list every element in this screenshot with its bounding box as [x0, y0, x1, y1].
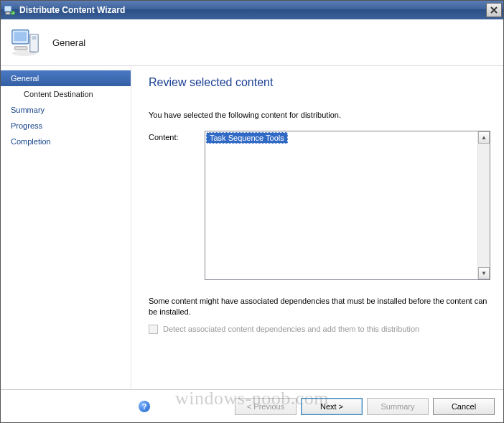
content-row: Content: Task Sequence Tools ▲ ▼ — [149, 131, 490, 280]
listbox-inner: Task Sequence Tools — [206, 132, 477, 279]
svg-rect-4 — [14, 32, 27, 41]
scroll-down-button[interactable]: ▼ — [478, 267, 490, 279]
dependency-checkbox-row: Detect associated content dependencies a… — [149, 325, 490, 334]
help-icon[interactable]: ? — [139, 401, 150, 412]
wizard-header-title: General — [52, 37, 85, 48]
previous-button: < Previous — [235, 398, 297, 415]
list-item[interactable]: Task Sequence Tools — [206, 132, 288, 144]
button-label: Cancel — [452, 402, 476, 411]
svg-rect-7 — [15, 47, 27, 50]
sidebar-item-progress[interactable]: Progress — [1, 118, 131, 134]
page-title: Review selected content — [149, 76, 490, 89]
scroll-up-button[interactable]: ▲ — [478, 131, 490, 144]
button-label: Next > — [320, 402, 343, 411]
sidebar-item-label: Summary — [11, 106, 45, 114]
wizard-sidebar: General Content Destination Summary Prog… — [1, 66, 131, 389]
sidebar-item-label: Progress — [11, 121, 42, 130]
dependency-note: Some content might have associated depen… — [149, 296, 490, 317]
summary-button: Summary — [367, 398, 429, 415]
wizard-footer: ? < Previous Next > Summary Cancel — [1, 389, 503, 423]
wizard-header-icon — [9, 26, 42, 59]
svg-rect-0 — [4, 6, 11, 11]
button-label: Summary — [381, 402, 414, 411]
content-listbox[interactable]: Task Sequence Tools ▲ ▼ — [205, 131, 490, 280]
svg-rect-6 — [32, 36, 37, 39]
sidebar-item-general[interactable]: General — [1, 70, 131, 86]
cancel-button[interactable]: Cancel — [433, 398, 495, 415]
titlebar: Distribute Content Wizard — [1, 1, 503, 19]
app-icon — [4, 4, 15, 16]
sidebar-item-content-destination[interactable]: Content Destination — [1, 86, 131, 102]
footer-buttons: < Previous Next > Summary Cancel — [235, 398, 495, 415]
wizard-main: Review selected content You have selecte… — [131, 66, 503, 389]
button-label: < Previous — [247, 402, 284, 411]
dependency-checkbox-label: Detect associated content dependencies a… — [163, 325, 419, 333]
close-button[interactable] — [486, 3, 502, 17]
scrollbar-vertical[interactable]: ▲ ▼ — [477, 131, 490, 279]
dependency-checkbox — [149, 325, 158, 334]
svg-rect-1 — [6, 12, 10, 14]
sidebar-item-label: Completion — [11, 137, 51, 146]
sidebar-item-label: Content Destination — [24, 90, 93, 98]
intro-text: You have selected the following content … — [149, 111, 490, 119]
wizard-header: General — [1, 19, 503, 66]
wizard-body: General Content Destination Summary Prog… — [1, 66, 503, 389]
svg-point-8 — [12, 51, 37, 57]
next-button[interactable]: Next > — [301, 398, 363, 415]
sidebar-item-label: General — [11, 74, 39, 83]
sidebar-item-summary[interactable]: Summary — [1, 102, 131, 118]
window-title: Distribute Content Wizard — [19, 5, 486, 15]
sidebar-item-completion[interactable]: Completion — [1, 134, 131, 149]
content-label: Content: — [149, 131, 205, 280]
